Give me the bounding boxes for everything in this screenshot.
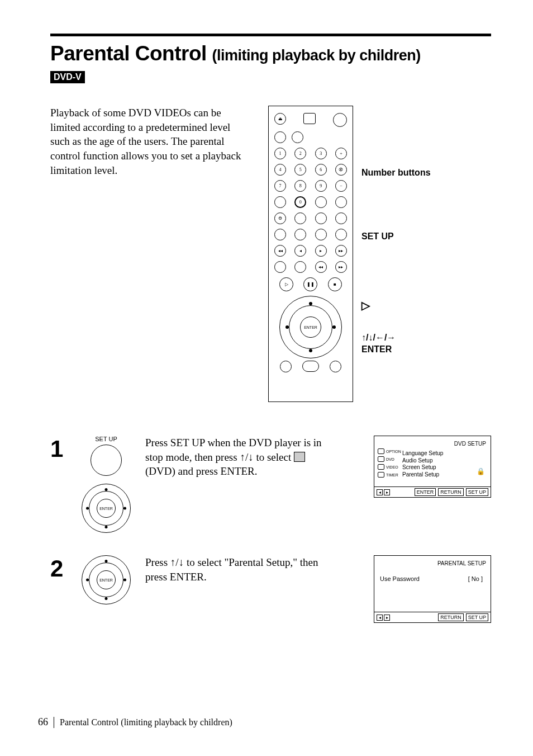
round-button bbox=[315, 229, 327, 240]
osd-arrows-hint: ◂▸ bbox=[377, 489, 390, 495]
step-instruction: Press SET UP when the DVD player is in s… bbox=[145, 436, 335, 479]
number-6-button: 6 bbox=[315, 164, 327, 176]
round-button bbox=[330, 361, 341, 372]
arrow-left-icon bbox=[285, 325, 289, 329]
callout-number-buttons: Number buttons bbox=[361, 167, 431, 178]
number-0-button: 0 bbox=[294, 196, 306, 208]
clock-icon bbox=[378, 472, 384, 478]
arrow-right-icon bbox=[332, 325, 336, 329]
osd-tab-video: VIDEO bbox=[386, 465, 398, 469]
osd-arrows-hint: ◂▸ bbox=[377, 615, 390, 621]
page-footer: 66 Parental Control (limiting playback b… bbox=[38, 716, 232, 728]
set-up-button: ⚙ bbox=[274, 212, 286, 224]
osd-tab-option: OPTION bbox=[386, 450, 401, 453]
step-instruction: Press ↑/↓ to select "Parental Setup," th… bbox=[145, 555, 335, 584]
number-9-button: 9 bbox=[315, 180, 327, 192]
osd-title: PARENTAL SETUP bbox=[379, 560, 486, 566]
osd-tabs: OPTION DVD VIDEO TIMER bbox=[378, 448, 401, 478]
number-2-button: 2 bbox=[294, 148, 306, 159]
title-sub: (limiting playback by children) bbox=[212, 47, 421, 64]
volume-down-icon: − bbox=[335, 180, 347, 192]
number-8-button: 8 bbox=[294, 180, 306, 192]
play-button-icon: ▷ bbox=[279, 277, 293, 291]
number-3-button: 3 bbox=[315, 148, 327, 159]
lock-icon: 🔒 bbox=[477, 467, 485, 475]
stop-icon: ■ bbox=[328, 277, 342, 291]
page-number: 66 bbox=[38, 716, 48, 728]
display-icon bbox=[303, 113, 316, 124]
dvd-v-badge: DVD-V bbox=[50, 71, 85, 83]
arrow-down-icon bbox=[309, 349, 312, 352]
osd-setup-button: SET UP bbox=[466, 613, 488, 621]
video-icon bbox=[378, 464, 384, 470]
footer-divider bbox=[54, 717, 54, 728]
forward-icon: ▸ bbox=[315, 245, 327, 257]
number-4-button: 4 bbox=[274, 164, 286, 176]
step-icon-column: ENTER bbox=[78, 555, 134, 604]
enter-icon: ENTER bbox=[97, 570, 116, 589]
disc-icon bbox=[378, 456, 384, 462]
step-2: 2 ENTER Press ↑/↓ to select "Parental Se… bbox=[50, 555, 491, 623]
callout-arrows-enter: ↑/↓/←/→ ENTER bbox=[361, 332, 396, 356]
number-5-button: 5 bbox=[294, 164, 306, 176]
round-button bbox=[315, 212, 327, 224]
osd-setup-button: SET UP bbox=[466, 488, 488, 496]
osd-title: DVD SETUP bbox=[379, 441, 486, 447]
osd-parental-setup: PARENTAL SETUP Use Password [ No ] ◂▸ RE… bbox=[374, 555, 491, 623]
setup-label: SET UP bbox=[78, 436, 134, 442]
callout-arrows-line2: ENTER bbox=[361, 344, 392, 354]
eject-icon: ⏏ bbox=[274, 113, 286, 125]
osd-dvd-setup: DVD SETUP OPTION DVD VIDEO TIMER Languag… bbox=[374, 436, 491, 498]
title-main: Parental Control bbox=[50, 42, 207, 65]
dpad-icon: ENTER bbox=[82, 555, 131, 604]
intro-paragraph: Playback of some DVD VIDEOs can be limit… bbox=[50, 106, 251, 402]
volume-center-icon: ⦿ bbox=[335, 164, 347, 176]
callout-arrows-line1: ↑/↓/←/→ bbox=[361, 333, 396, 342]
round-button bbox=[280, 361, 292, 372]
enter-icon: ENTER bbox=[97, 499, 116, 518]
step-icon-column: SET UP ENTER bbox=[78, 436, 134, 533]
dpad: ENTER bbox=[279, 296, 342, 358]
osd-tab-dvd: DVD bbox=[386, 457, 394, 461]
osd-row-value: [ No ] bbox=[468, 575, 483, 582]
osd-menu-list: Language Setup Audio Setup Screen Setup … bbox=[402, 450, 486, 478]
step-number: 1 bbox=[50, 436, 67, 462]
prev-icon: ◂◂ bbox=[274, 245, 286, 257]
number-1-button: 1 bbox=[274, 148, 286, 159]
osd-return-button: RETURN bbox=[438, 488, 464, 496]
callout-set-up: SET UP bbox=[361, 231, 394, 242]
pause-icon: ❚❚ bbox=[303, 277, 317, 291]
skip-fwd-icon: ▸▸ bbox=[335, 261, 347, 273]
round-button bbox=[294, 261, 306, 273]
power-icon bbox=[333, 113, 347, 127]
step-number: 2 bbox=[50, 555, 67, 582]
round-button bbox=[294, 212, 306, 224]
step-text-after: (DVD) and press ENTER. bbox=[145, 465, 258, 477]
round-button bbox=[274, 261, 286, 273]
setup-button-icon bbox=[91, 445, 122, 476]
gear-icon bbox=[378, 448, 384, 454]
step-1: 1 SET UP ENTER Press SET UP when the DVD… bbox=[50, 436, 491, 533]
round-button bbox=[335, 212, 347, 224]
page-title: Parental Control (limiting playback by c… bbox=[50, 42, 491, 65]
round-button bbox=[274, 131, 286, 143]
osd-tab-timer: TIMER bbox=[386, 473, 398, 477]
running-title: Parental Control (limiting playback by c… bbox=[60, 717, 232, 727]
round-button bbox=[335, 229, 347, 240]
osd-item-language: Language Setup bbox=[402, 450, 486, 457]
osd-item-parental: Parental Setup bbox=[402, 471, 486, 479]
round-button bbox=[292, 131, 303, 143]
step-text-before: Press ↑/↓ to select "Parental Setup," th… bbox=[145, 556, 318, 583]
osd-item-audio: Audio Setup bbox=[402, 457, 486, 465]
round-button bbox=[274, 196, 286, 208]
round-button bbox=[315, 196, 327, 208]
osd-return-button: RETURN bbox=[438, 613, 464, 621]
section-rule bbox=[50, 34, 491, 36]
volume-up-icon: + bbox=[335, 148, 347, 159]
remote-diagram: ⏏ 1 2 3 + 4 bbox=[268, 106, 353, 402]
round-button bbox=[294, 229, 306, 240]
arrow-up-icon bbox=[309, 302, 312, 305]
number-7-button: 7 bbox=[274, 180, 286, 192]
round-button bbox=[335, 196, 347, 208]
skip-back-icon: ◂◂ bbox=[315, 261, 327, 273]
